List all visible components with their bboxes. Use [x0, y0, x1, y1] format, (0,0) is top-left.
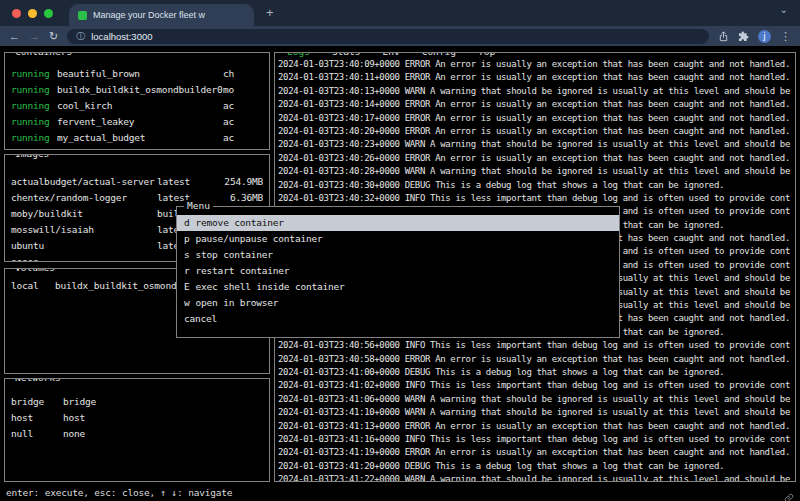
- menu-item-key: d: [184, 217, 190, 228]
- tab-strip: Manage your Docker fleet w + ⌄: [0, 0, 800, 26]
- share-icon[interactable]: [718, 31, 729, 42]
- forward-button[interactable]: →: [29, 26, 40, 46]
- container-row[interactable]: runningbuildx_buildkit_osmondbuilder0mo: [5, 82, 269, 98]
- reload-button[interactable]: ↻: [49, 26, 58, 46]
- log-message: A warning that should be ignored is usua…: [430, 394, 790, 404]
- container-image: ch: [223, 66, 263, 82]
- log-timestamp: 2024-01-03T23:41:13+0000: [278, 421, 400, 431]
- menu-item-key: E: [184, 281, 190, 292]
- log-level: INFO: [405, 193, 425, 203]
- log-level: WARN: [405, 474, 425, 482]
- network-row[interactable]: bridgebridge: [5, 394, 269, 410]
- log-line: 2024-01-03T23:41:19+0000 ERROR An error …: [278, 446, 793, 459]
- back-button[interactable]: ←: [9, 26, 20, 46]
- image-name: actualbudget/actual-server: [11, 174, 157, 190]
- log-message: An error is usually an exception that ha…: [435, 421, 790, 431]
- log-timestamp: 2024-01-03T23:40:32+0000: [278, 193, 400, 203]
- containers-panel[interactable]: Containers runningbeautiful_brownchrunni…: [4, 52, 270, 150]
- menu-item[interactable]: ppause/unpause container: [177, 231, 619, 247]
- network-row[interactable]: hosthost: [5, 410, 269, 426]
- log-level: ERROR: [405, 447, 430, 457]
- log-timestamp: 2024-01-03T23:40:13+0000: [278, 86, 400, 96]
- link-icon[interactable]: [784, 488, 794, 501]
- tab-search-icon[interactable]: ⌄: [780, 4, 788, 15]
- menu-item[interactable]: cancel: [177, 311, 619, 327]
- log-line: 2024-01-03T23:40:30+0000 DEBUG This is a…: [278, 179, 793, 192]
- network-name: null: [11, 426, 63, 442]
- log-message: An error is usually an exception that ha…: [435, 99, 790, 109]
- menu-item-key: r: [184, 265, 190, 276]
- log-tab[interactable]: Env: [379, 52, 404, 57]
- log-tab[interactable]: Logs: [283, 52, 314, 57]
- log-level: WARN: [405, 86, 425, 96]
- container-row[interactable]: runningbeautiful_brownch: [5, 66, 269, 82]
- log-line: 2024-01-03T23:41:20+0000 DEBUG This is a…: [278, 460, 793, 473]
- menu-item[interactable]: dremove container: [177, 215, 619, 231]
- browser-toolbar: ← → ↻ ⓘ localhost:3000 j ⋮: [0, 26, 800, 46]
- log-line: 2024-01-03T23:41:13+0000 ERROR An error …: [278, 420, 793, 433]
- browser-chrome: Manage your Docker fleet w + ⌄ ← → ↻ ⓘ l…: [0, 0, 800, 46]
- menu-item[interactable]: sstop container: [177, 247, 619, 263]
- menu-dots-icon[interactable]: ⋮: [780, 26, 791, 46]
- log-tab[interactable]: Stats: [328, 52, 365, 57]
- container-name: beautiful_brown: [57, 66, 223, 82]
- window-zoom-button[interactable]: [44, 9, 53, 18]
- container-name: fervent_leakey: [57, 114, 223, 130]
- image-row[interactable]: actualbudget/actual-serverlatest254.9MB: [5, 174, 269, 190]
- log-line: 2024-01-03T23:40:11+0000 ERROR An error …: [278, 71, 793, 84]
- networks-panel[interactable]: Networks bridgebridgehosthostnullnone: [4, 378, 270, 482]
- log-level: WARN: [405, 394, 425, 404]
- new-tab-button[interactable]: +: [266, 0, 274, 26]
- log-message: This is a debug log that shows a log tha…: [435, 367, 724, 377]
- log-level: ERROR: [405, 72, 430, 82]
- menu-item[interactable]: wopen in browser: [177, 295, 619, 311]
- log-message: This is less important than debug log an…: [430, 434, 790, 444]
- log-message: This is a debug log that shows a log tha…: [435, 461, 724, 471]
- status-bar: enter: execute, esc: close, ↑ ↓: navigat…: [6, 487, 232, 498]
- container-row[interactable]: runningfervent_leakeyac: [5, 114, 269, 130]
- container-image: mo: [223, 82, 263, 98]
- log-tab[interactable]: Top: [474, 52, 499, 57]
- screen: Manage your Docker fleet w + ⌄ ← → ↻ ⓘ l…: [0, 0, 800, 501]
- menu-item[interactable]: Eexec shell inside container: [177, 279, 619, 295]
- image-name: moby/buildkit: [11, 206, 157, 222]
- container-name: cool_kirch: [57, 98, 223, 114]
- container-name: titi: [57, 146, 223, 150]
- log-tab[interactable]: Config: [418, 52, 460, 57]
- log-message: An error is usually an exception that ha…: [435, 126, 790, 136]
- log-timestamp: 2024-01-03T23:40:17+0000: [278, 113, 400, 123]
- image-row[interactable]: chentex/random-loggerlatest6.36MB: [5, 190, 269, 206]
- site-info-icon[interactable]: ⓘ: [76, 29, 85, 44]
- menu-item[interactable]: rrestart container: [177, 263, 619, 279]
- container-name: my_actual_budget: [57, 130, 223, 146]
- network-driver: bridge: [63, 394, 263, 410]
- log-line: 2024-01-03T23:40:17+0000 ERROR An error …: [278, 112, 793, 125]
- log-timestamp: 2024-01-03T23:41:20+0000: [278, 461, 400, 471]
- log-level: DEBUG: [405, 461, 430, 471]
- log-message: A warning that should be ignored is usua…: [430, 86, 790, 96]
- network-row[interactable]: nullnone: [5, 426, 269, 442]
- container-row[interactable]: runningcool_kirchac: [5, 98, 269, 114]
- window-close-button[interactable]: [12, 9, 21, 18]
- browser-tab[interactable]: Manage your Docker fleet w: [69, 4, 254, 26]
- image-tag: latest: [157, 174, 191, 190]
- container-row[interactable]: runningmy_actual_budgetac: [5, 130, 269, 146]
- log-line: 2024-01-03T23:40:23+0000 WARN A warning …: [278, 138, 793, 151]
- log-timestamp: 2024-01-03T23:41:16+0000: [278, 434, 400, 444]
- profile-avatar[interactable]: j: [758, 30, 771, 43]
- address-bar[interactable]: ⓘ localhost:3000: [67, 29, 709, 44]
- log-level: WARN: [405, 139, 425, 149]
- log-message: A warning that should be ignored is usua…: [430, 166, 790, 176]
- menu-item-label: cancel: [184, 313, 217, 324]
- window-minimize-button[interactable]: [28, 9, 37, 18]
- log-level: ERROR: [405, 126, 430, 136]
- log-line: 2024-01-03T23:40:13+0000 WARN A warning …: [278, 85, 793, 98]
- log-line: 2024-01-03T23:40:58+0000 ERROR An error …: [278, 353, 793, 366]
- container-image: ac: [223, 98, 263, 114]
- log-level: ERROR: [405, 59, 430, 69]
- log-line: 2024-01-03T23:41:22+0000 WARN A warning …: [278, 473, 793, 482]
- container-state: running: [11, 114, 57, 130]
- container-row[interactable]: runningtiti: [5, 146, 269, 150]
- image-name: eeeee: [11, 254, 157, 262]
- extensions-icon[interactable]: [738, 31, 749, 42]
